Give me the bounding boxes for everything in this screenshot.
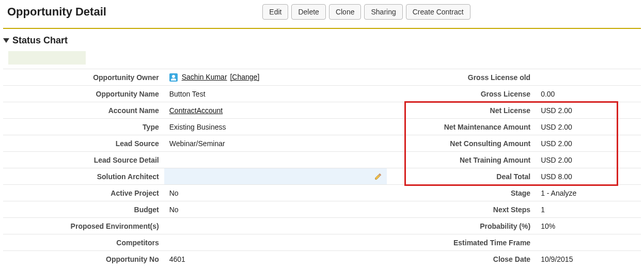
solution-architect-label: Solution Architect	[3, 168, 164, 185]
stage-label: Stage	[387, 185, 536, 201]
lead-source-value: Webinar/Seminar	[164, 135, 387, 152]
table-row: Proposed Environment(s) Probability (%) …	[3, 218, 641, 234]
net-license-label: Net License	[387, 102, 536, 119]
edit-button[interactable]: Edit	[262, 4, 288, 20]
opportunity-owner-label: Opportunity Owner	[3, 69, 164, 86]
net-consulting-label: Net Consulting Amount	[387, 135, 536, 152]
table-row: Opportunity Owner Sachin Kumar [Change] …	[3, 69, 641, 86]
est-time-frame-value	[536, 234, 641, 251]
change-owner-link[interactable]: [Change]	[230, 73, 259, 81]
pencil-icon[interactable]	[374, 173, 382, 180]
opportunity-name-value: Button Test	[164, 86, 387, 102]
sharing-button[interactable]: Sharing	[364, 4, 402, 20]
table-row: Account Name ContractAccount Net License…	[3, 102, 641, 119]
competitors-value	[164, 234, 387, 251]
close-date-value: 10/9/2015	[536, 251, 641, 267]
opportunity-owner-value: Sachin Kumar [Change]	[164, 69, 387, 86]
net-training-value: USD 2.00	[536, 152, 641, 168]
table-row: Lead Source Webinar/Seminar Net Consulti…	[3, 135, 641, 152]
net-consulting-value: USD 2.00	[536, 135, 641, 152]
net-maintenance-value: USD 2.00	[536, 119, 641, 135]
budget-value: No	[164, 201, 387, 218]
account-name-value: ContractAccount	[164, 102, 387, 119]
table-row: Solution Architect Deal Total USD 8.00	[3, 168, 641, 185]
status-chart-section: Status Chart Opportunity Owner Sachin Ku…	[0, 32, 644, 267]
deal-total-label: Deal Total	[387, 168, 536, 185]
probability-value: 10%	[536, 218, 641, 234]
account-name-label: Account Name	[3, 102, 164, 119]
net-maintenance-label: Net Maintenance Amount	[387, 119, 536, 135]
active-project-value: No	[164, 185, 387, 201]
delete-button[interactable]: Delete	[291, 4, 325, 20]
opportunity-no-label: Opportunity No	[3, 251, 164, 267]
gross-license-value: 0.00	[536, 86, 641, 102]
account-link[interactable]: ContractAccount	[169, 106, 223, 115]
stage-value: 1 - Analyze	[536, 185, 641, 201]
user-icon	[169, 73, 178, 82]
table-row: Budget No Next Steps 1	[3, 201, 641, 218]
proposed-env-label: Proposed Environment(s)	[3, 218, 164, 234]
table-row: Competitors Estimated Time Frame	[3, 234, 641, 251]
chevron-down-icon	[3, 38, 9, 43]
status-chart-placeholder	[8, 51, 86, 65]
lead-source-detail-label: Lead Source Detail	[3, 152, 164, 168]
budget-label: Budget	[3, 201, 164, 218]
net-training-label: Net Training Amount	[387, 152, 536, 168]
competitors-label: Competitors	[3, 234, 164, 251]
proposed-env-value	[164, 218, 387, 234]
type-label: Type	[3, 119, 164, 135]
solution-architect-value[interactable]	[164, 168, 387, 185]
table-row: Type Existing Business Net Maintenance A…	[3, 119, 641, 135]
deal-total-value: USD 8.00	[536, 168, 641, 185]
gross-license-old-value	[536, 69, 641, 86]
table-row: Opportunity No 4601 Close Date 10/9/2015	[3, 251, 641, 267]
create-contract-button[interactable]: Create Contract	[406, 4, 470, 20]
owner-link[interactable]: Sachin Kumar	[182, 73, 227, 81]
next-steps-label: Next Steps	[387, 201, 536, 218]
opportunity-name-label: Opportunity Name	[3, 86, 164, 102]
lead-source-label: Lead Source	[3, 135, 164, 152]
table-row: Active Project No Stage 1 - Analyze	[3, 185, 641, 201]
table-row: Opportunity Name Button Test Gross Licen…	[3, 86, 641, 102]
detail-header: Opportunity Detail Edit Delete Clone Sha…	[0, 0, 644, 28]
gross-license-label: Gross License	[387, 86, 536, 102]
probability-label: Probability (%)	[387, 218, 536, 234]
est-time-frame-label: Estimated Time Frame	[387, 234, 536, 251]
net-license-value: USD 2.00	[536, 102, 641, 119]
page-title: Opportunity Detail	[7, 5, 106, 19]
action-button-group: Edit Delete Clone Sharing Create Contrac…	[262, 4, 470, 20]
clone-button[interactable]: Clone	[329, 4, 362, 20]
detail-table: Opportunity Owner Sachin Kumar [Change] …	[3, 69, 641, 267]
section-header[interactable]: Status Chart	[3, 34, 641, 51]
next-steps-value: 1	[536, 201, 641, 218]
lead-source-detail-value	[164, 152, 387, 168]
opportunity-no-value: 4601	[164, 251, 387, 267]
detail-body-wrap: Opportunity Owner Sachin Kumar [Change] …	[3, 69, 641, 267]
close-date-label: Close Date	[387, 251, 536, 267]
type-value: Existing Business	[164, 119, 387, 135]
gross-license-old-label: Gross License old	[387, 69, 536, 86]
divider	[3, 28, 641, 29]
active-project-label: Active Project	[3, 185, 164, 201]
table-row: Lead Source Detail Net Training Amount U…	[3, 152, 641, 168]
section-title: Status Chart	[12, 35, 68, 46]
